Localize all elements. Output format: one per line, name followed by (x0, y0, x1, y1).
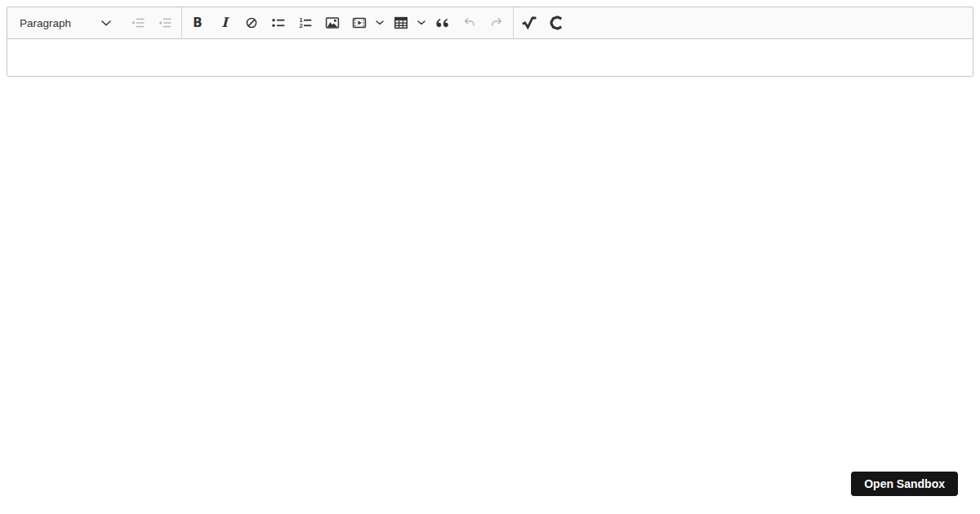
square-root-icon (520, 14, 538, 32)
toolbar-button-insert-table-dropdown[interactable] (415, 10, 427, 36)
toolbar-button-bold[interactable]: B (185, 10, 211, 36)
toolbar-button-italic[interactable]: I (212, 10, 238, 36)
heading-dropdown-label: Paragraph (20, 17, 71, 29)
link-icon (243, 15, 260, 31)
toolbar-button-indent[interactable] (152, 10, 178, 36)
outdent-icon (130, 15, 146, 31)
numbered-list-icon: 1 2 (297, 15, 314, 31)
toolbar-button-outdent[interactable] (125, 10, 151, 36)
editor-content[interactable] (7, 39, 973, 76)
italic-icon: I (221, 16, 227, 29)
toolbar-button-block-quote[interactable] (430, 10, 456, 36)
bold-icon: B (193, 17, 202, 29)
chemistry-c-icon (547, 14, 565, 32)
toolbar-separator (181, 7, 182, 38)
rich-text-editor: Paragraph (7, 7, 973, 77)
svg-text:2: 2 (299, 22, 302, 29)
redo-icon (488, 15, 505, 31)
toolbar-button-media-embed-dropdown[interactable] (373, 10, 385, 36)
toolbar-separator (513, 7, 514, 38)
toolbar-button-insert-table[interactable] (388, 10, 414, 36)
block-quote-icon (434, 15, 451, 31)
open-sandbox-button[interactable]: Open Sandbox (851, 472, 958, 496)
chevron-down-icon (376, 20, 384, 25)
page: Paragraph (0, 0, 980, 83)
toolbar-button-media-embed[interactable] (346, 10, 372, 36)
undo-icon (461, 15, 478, 31)
toolbar-button-insert-image[interactable] (319, 10, 345, 36)
media-embed-icon (351, 15, 368, 31)
toolbar-button-bulleted-list[interactable] (265, 10, 292, 36)
chevron-down-icon (101, 17, 111, 29)
toolbar-button-chemistry[interactable] (543, 10, 569, 36)
table-icon (393, 15, 409, 31)
editor-toolbar: Paragraph (7, 7, 973, 39)
toolbar-button-redo[interactable] (483, 10, 510, 36)
heading-dropdown[interactable]: Paragraph (11, 10, 118, 36)
image-icon (324, 15, 341, 31)
indent-icon (157, 15, 173, 31)
toolbar-button-math[interactable] (516, 10, 542, 36)
toolbar-button-undo[interactable] (457, 10, 483, 36)
toolbar-button-numbered-list[interactable]: 1 2 (292, 10, 318, 36)
chevron-down-icon (417, 20, 425, 25)
bulleted-list-icon (270, 15, 287, 31)
toolbar-button-link[interactable] (238, 10, 265, 36)
